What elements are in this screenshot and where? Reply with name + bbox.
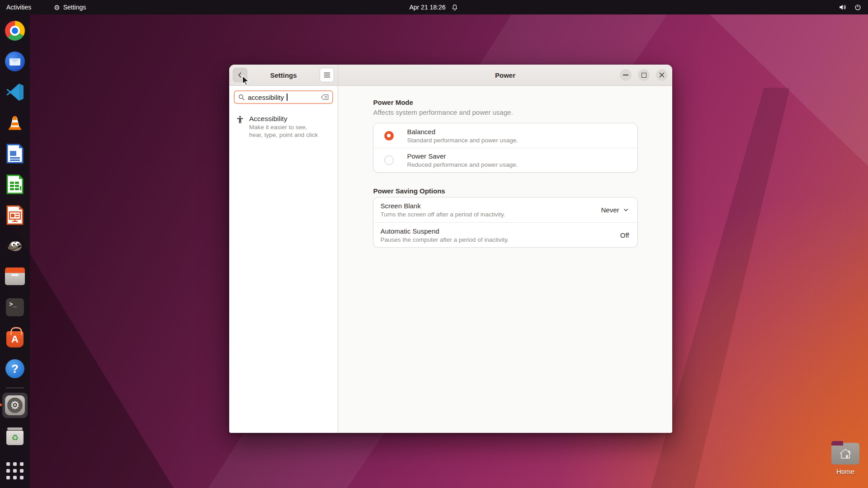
dock-item-trash[interactable]: ♻ [2, 423, 28, 449]
close-icon [659, 72, 665, 78]
libreoffice-writer-icon [5, 144, 24, 164]
vscode-icon [5, 82, 25, 102]
dock-item-vlc[interactable] [2, 110, 28, 136]
dock-item-help[interactable]: ? [2, 356, 28, 381]
sidebar-title: Settings [270, 71, 297, 79]
option-description: Reduced performance and power usage. [407, 161, 518, 168]
search-result-accessibility[interactable]: Accessibility Make it easier to see, hea… [229, 111, 338, 143]
panel-title: Power [495, 71, 515, 79]
radio-selected-icon[interactable] [384, 131, 394, 141]
system-status-area[interactable] [839, 0, 868, 14]
sidebar-headerbar: Settings [229, 65, 338, 86]
ubuntu-software-icon: A [6, 331, 24, 347]
show-apps-grid-icon [6, 462, 24, 479]
dock: >_ A ? ⚙ ♻ [0, 14, 30, 488]
clear-search-icon[interactable] [321, 94, 329, 100]
search-value: accessibility [248, 94, 284, 101]
settings-sidebar: Settings accessibility [229, 65, 338, 433]
clock-label: Apr 21 18:26 [409, 4, 445, 11]
option-label: Balanced [407, 128, 518, 136]
power-panel: Power Power Mode Affects system performa… [338, 65, 672, 433]
suspend-status-value: Off [620, 231, 629, 239]
close-button[interactable] [656, 69, 668, 81]
power-saving-card: Screen Blank Turns the screen off after … [373, 197, 638, 248]
terminal-icon: >_ [6, 298, 24, 316]
dock-separator [6, 388, 24, 388]
dock-item-show-applications[interactable] [2, 458, 28, 483]
option-label: Power Saver [407, 152, 518, 160]
text-caret [287, 94, 288, 101]
help-icon: ? [5, 359, 24, 378]
option-description: Standard performance and power usage. [407, 137, 518, 144]
chrome-icon [5, 21, 25, 41]
maximize-icon [642, 73, 646, 78]
option-power-saver[interactable]: Power Saver Reduced performance and powe… [373, 148, 637, 172]
dock-item-terminal[interactable]: >_ [2, 295, 28, 320]
dock-item-libreoffice-writer[interactable] [2, 141, 28, 166]
power-mode-card: Balanced Standard performance and power … [373, 123, 638, 173]
minimize-button[interactable] [620, 69, 632, 81]
bell-icon [451, 4, 459, 11]
chevron-down-icon [623, 206, 629, 213]
row-label: Automatic Suspend [381, 227, 509, 235]
screen-blank-row[interactable]: Screen Blank Turns the screen off after … [373, 197, 637, 222]
activities-label: Activities [6, 4, 31, 11]
home-label: Home [828, 468, 863, 475]
power-saving-heading: Power Saving Options [373, 187, 638, 195]
home-folder-icon [831, 443, 859, 465]
search-results: Accessibility Make it easier to see, hea… [229, 111, 338, 143]
row-label: Screen Blank [381, 202, 505, 210]
radio-unselected-icon[interactable] [384, 155, 394, 165]
gimp-icon [5, 235, 25, 257]
dock-item-chrome[interactable] [2, 18, 28, 43]
hamburger-menu-icon [324, 72, 330, 78]
dock-item-thunderbird[interactable] [2, 49, 28, 74]
maximize-button[interactable] [638, 69, 650, 81]
trash-icon: ♻ [6, 431, 24, 445]
search-icon [238, 94, 245, 101]
clock-menu[interactable]: Apr 21 18:26 [405, 0, 463, 14]
dock-item-libreoffice-impress[interactable] [2, 202, 28, 228]
primary-menu-button[interactable] [320, 68, 334, 82]
activities-button[interactable]: Activities [0, 0, 38, 14]
focused-app-label: Settings [63, 4, 86, 11]
row-description: Pauses the computer after a period of in… [381, 236, 509, 243]
power-mode-heading: Power Mode [373, 99, 638, 106]
result-subtitle: Make it easier to see, hear, type, point… [249, 124, 321, 139]
power-content: Power Mode Affects system performance an… [338, 86, 672, 248]
top-bar: Activities ⚙ Settings Apr 21 18:26 [0, 0, 868, 14]
home-desktop-icon[interactable]: Home [828, 443, 863, 475]
main-headerbar: Power [338, 65, 672, 86]
libreoffice-impress-icon [5, 205, 24, 225]
window-controls [620, 65, 668, 85]
libreoffice-calc-icon [5, 174, 24, 194]
automatic-suspend-row[interactable]: Automatic Suspend Pauses the computer af… [373, 222, 637, 247]
gear-icon: ⚙ [54, 4, 60, 11]
thunderbird-icon [5, 52, 25, 71]
files-icon [5, 270, 25, 285]
back-button[interactable] [233, 68, 247, 82]
dock-item-gimp[interactable] [2, 233, 28, 258]
volume-icon [839, 3, 847, 11]
power-mode-subtitle: Affects system performance and power usa… [373, 108, 638, 116]
dock-item-libreoffice-calc[interactable] [2, 172, 28, 197]
dock-item-settings[interactable]: ⚙ [2, 393, 28, 418]
dock-item-ubuntu-software[interactable]: A [2, 325, 28, 351]
accessibility-icon [236, 116, 244, 139]
settings-gear-icon: ⚙ [5, 395, 25, 415]
dock-item-vscode[interactable] [2, 80, 28, 105]
focused-app-menu[interactable]: ⚙ Settings [47, 0, 92, 14]
minimize-icon [623, 75, 628, 75]
chevron-left-icon [237, 72, 243, 78]
dock-item-files[interactable] [2, 264, 28, 289]
power-icon [854, 4, 862, 11]
settings-window: Settings accessibility [229, 65, 672, 433]
screen-blank-dropdown[interactable]: Never [601, 206, 629, 214]
dropdown-value: Never [601, 206, 619, 214]
option-balanced[interactable]: Balanced Standard performance and power … [373, 123, 637, 148]
search-input[interactable]: accessibility [234, 90, 333, 104]
house-icon [839, 448, 852, 460]
row-description: Turns the screen off after a period of i… [381, 211, 505, 218]
result-title: Accessibility [249, 115, 321, 123]
vlc-icon [5, 113, 25, 133]
